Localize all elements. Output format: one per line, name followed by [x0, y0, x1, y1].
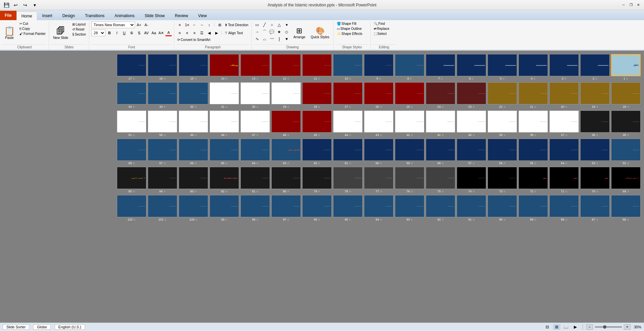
minimize-button[interactable]: ─ — [620, 2, 627, 8]
restore-button[interactable]: ❐ — [628, 2, 634, 8]
slide-item[interactable]: • • • • • • • •11☆ — [302, 54, 332, 80]
slide-item[interactable]: • • • • • • • •35☆ — [611, 110, 641, 137]
shape-line-button[interactable]: ╱ — [261, 21, 268, 28]
slide-item[interactable]: • • • • • • • •19☆ — [580, 82, 610, 108]
numbering-button[interactable]: 1≡ — [184, 21, 190, 28]
italic-button[interactable]: I — [113, 30, 120, 36]
slide-item[interactable]: • • • • • • • •83☆ — [179, 167, 208, 193]
slide-item[interactable]: • • • • • • • •47☆ — [240, 110, 270, 137]
reset-button[interactable]: ↺ Reset — [71, 27, 87, 32]
slide-sorter-tab[interactable]: Slide Sorter — [3, 324, 29, 330]
zoom-in-button[interactable]: + — [624, 324, 631, 330]
slideshow-view-button[interactable]: ▶ — [572, 324, 579, 330]
slide-item[interactable]: ■ ■ ■ ■ ■ ■ ■ ■ ■3☆ — [549, 54, 579, 80]
slide-item[interactable]: • • • • • • • •30☆ — [240, 82, 270, 108]
new-slide-button[interactable]: 🗐 New Slide — [51, 21, 70, 44]
slide-item[interactable]: ■ ■ ■ ■ ■ ■ ■ ■ ■6☆ — [457, 54, 486, 80]
select-button[interactable]: ⬚ Select — [373, 32, 390, 36]
replace-button[interactable]: ⇄ Replace — [373, 27, 390, 31]
tab-design[interactable]: Design — [57, 11, 80, 20]
slide-item[interactable]: • • • • • • • •21☆ — [518, 82, 548, 108]
slide-item[interactable]: ■ ■ ■ ■ ■ ■ ■ ■ ■2☆ — [580, 54, 610, 80]
slide-item[interactable]: • • • • • • • •98☆ — [240, 195, 270, 221]
slide-item[interactable]: • • • • • • • •49☆ — [179, 110, 208, 137]
tab-slideshow[interactable]: Slide Show — [140, 11, 170, 20]
slide-item[interactable]: • • • • • • • •55☆ — [518, 139, 548, 165]
section-button[interactable]: § Section — [71, 32, 87, 37]
slide-item[interactable]: • • • • • • • •9☆ — [364, 54, 394, 80]
slide-item[interactable]: • • • • • • • •68☆ — [117, 139, 146, 165]
slide-item[interactable]: ■ ■ ■ ■ ■ ■ ■ ■ ■4☆ — [518, 54, 548, 80]
slide-item[interactable]: • • • • • • • •48☆ — [210, 110, 239, 137]
slide-item[interactable]: • • • • • • • •29☆ — [271, 82, 301, 108]
slide-item[interactable]: • • • • • • • •100☆ — [179, 195, 208, 221]
change-case-button[interactable]: Aa — [150, 30, 157, 36]
char-spacing-button[interactable]: AV — [143, 30, 150, 36]
slide-item[interactable]: • • • • • • • •95☆ — [333, 195, 363, 221]
slide-item[interactable]: • • • • • • • •59☆ — [395, 139, 424, 165]
save-button[interactable]: 💾 — [3, 1, 10, 9]
bullets-button[interactable]: ≡ — [176, 21, 183, 28]
slide-item[interactable]: • • • • • • • •44☆ — [333, 110, 363, 137]
line-spacing-button[interactable]: ↕ — [206, 21, 213, 28]
slide-item[interactable]: • • • • • • • •12☆ — [271, 54, 301, 80]
font-size-select[interactable]: 28 — [91, 30, 105, 36]
paste-button[interactable]: 📋 Paste — [2, 21, 17, 44]
slide-item[interactable]: • • • • • • • •53☆ — [580, 139, 610, 165]
slide-item[interactable]: • • • • • • • •38☆ — [518, 110, 548, 137]
tab-transitions[interactable]: Transitions — [80, 11, 109, 20]
slide-item[interactable]: • • • • • • • •74☆ — [457, 167, 486, 193]
slide-item[interactable]: • • • • • • • •87☆ — [580, 195, 610, 221]
slide-item[interactable]: • • • • • • • •75☆ — [426, 167, 455, 193]
slide-item[interactable]: • • • • • • • •102☆ — [117, 195, 146, 221]
cut-button[interactable]: ✂ Cut — [18, 21, 47, 26]
slide-item[interactable]: • • • • • • • •37☆ — [549, 110, 579, 137]
slide-item[interactable]: • • • • • • • •15☆ — [179, 54, 208, 80]
slide-item[interactable]: • • • • • • • •66☆ — [179, 139, 208, 165]
slide-item[interactable]: • • • • • • • •13☆ — [240, 54, 270, 80]
slide-item[interactable]: • • • • • • • •84☆ — [148, 167, 177, 193]
slide-item[interactable]: • • • • • • • •67☆ — [148, 139, 177, 165]
slide-item[interactable]: • • • • • • • •86☆ — [611, 195, 641, 221]
slide-item[interactable]: • • • • • • • •54☆ — [549, 139, 579, 165]
slide-item[interactable]: حبس71☆ — [549, 167, 579, 193]
rtl-button[interactable]: ◀ — [206, 30, 213, 36]
align-text-button[interactable]: ⊤ Align Text — [224, 31, 244, 35]
slide-item[interactable]: ۴ - تخسیف ۲۵ بهمن85☆ — [117, 167, 146, 193]
slide-item[interactable]: • • • • • • • •24☆ — [426, 82, 455, 108]
slide-sorter-view-button[interactable]: ⊞ — [553, 324, 560, 330]
slide-item[interactable]: • • • • • • • •23☆ — [457, 82, 486, 108]
slide-item[interactable]: • • • • • • • •58☆ — [426, 139, 455, 165]
shape-bracket-button[interactable]: } — [276, 36, 283, 42]
slide-item[interactable]: • • • • • • • •94☆ — [364, 195, 394, 221]
slide-item[interactable]: • • • • • • • •16☆ — [148, 54, 177, 80]
slide-item[interactable]: • • • • • • • •65☆ — [210, 139, 239, 165]
slide-item[interactable]: ■ ■ ■ ■ ■ ■ ■ ■ ■5☆ — [488, 54, 517, 80]
underline-button[interactable]: U — [121, 30, 128, 36]
strikethrough-button[interactable]: S — [128, 30, 135, 36]
shapes-more-button[interactable]: ▾ — [283, 21, 290, 28]
ltr-button[interactable]: ▶ — [213, 30, 220, 36]
shape-curve2-button[interactable]: ∿ — [254, 36, 261, 42]
slide-item[interactable]: • • • • • • • •28☆ — [302, 82, 332, 108]
arrange-button[interactable]: ⊞ Arrange — [291, 21, 308, 44]
find-button[interactable]: 🔍 Find — [373, 21, 390, 26]
slide-item[interactable]: حبس72☆ — [518, 167, 548, 193]
slide-item[interactable]: • • • • • • • •90☆ — [488, 195, 517, 221]
slide-item[interactable]: • • • • • • • •18☆ — [611, 82, 641, 108]
slide-item[interactable]: • • • • • • • •56☆ — [488, 139, 517, 165]
slide-item[interactable]: • • • • • • • •77☆ — [364, 167, 394, 193]
justify-button[interactable]: ☰ — [198, 30, 205, 36]
slide-item[interactable]: • • • • • • • •92☆ — [426, 195, 455, 221]
increase-indent-button[interactable]: → — [198, 21, 205, 28]
slide-item[interactable]: • • • • • • • •61☆ — [333, 139, 363, 165]
language-tab[interactable]: English (U.S.) — [55, 324, 85, 330]
slide-item[interactable]: • • • • • • • •96☆ — [302, 195, 332, 221]
slide-item[interactable]: • • • • • • • •22☆ — [488, 82, 517, 108]
shape-wave-button[interactable]: 〰 — [269, 36, 275, 42]
slide-item[interactable]: • • • • • • • •26☆ — [364, 82, 394, 108]
shrink-font-button[interactable]: A- — [143, 21, 150, 28]
font-color-button[interactable]: A — [165, 30, 172, 36]
tab-file[interactable]: File — [0, 11, 16, 20]
slide-item[interactable]: حبس70☆ — [580, 167, 610, 193]
